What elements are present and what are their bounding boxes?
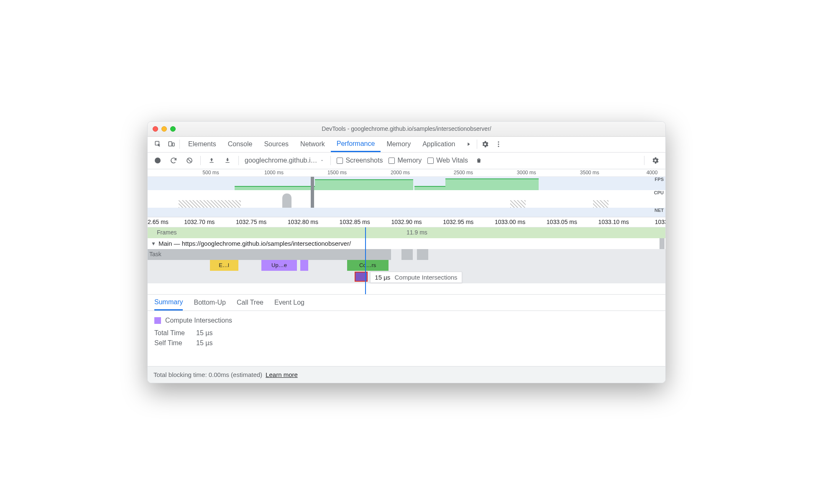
separator — [330, 156, 331, 165]
task-label: Task — [149, 251, 161, 257]
clear-button[interactable] — [184, 155, 194, 165]
settings-icon[interactable] — [480, 139, 491, 150]
tab-console[interactable]: Console — [222, 137, 258, 152]
detail-tick: 1032.90 ms — [391, 219, 422, 225]
svg-point-4 — [498, 144, 499, 145]
svg-point-3 — [498, 141, 499, 143]
net-lane: NET — [148, 208, 665, 217]
task-segment[interactable] — [417, 249, 428, 260]
separator — [238, 156, 239, 165]
save-profile-icon[interactable] — [222, 155, 233, 165]
reload-record-button[interactable] — [169, 155, 179, 165]
webvitals-label: Web Vitals — [436, 157, 468, 164]
tab-application[interactable]: Application — [417, 137, 461, 152]
flame-event[interactable]: Up…e — [261, 260, 297, 271]
tooltip-name: Compute Intersections — [395, 274, 458, 281]
summary-value: 15 µs — [196, 339, 212, 347]
memory-label: Memory — [397, 157, 422, 164]
net-label: NET — [654, 208, 664, 213]
overview-tick: 1000 ms — [264, 170, 284, 176]
svg-rect-8 — [210, 162, 213, 163]
tab-performance[interactable]: Performance — [331, 137, 381, 152]
summary-value: 15 µs — [196, 329, 212, 337]
device-toggle-icon[interactable] — [166, 139, 177, 150]
summary-key: Total Time — [154, 329, 188, 337]
fps-segment — [414, 186, 445, 190]
fps-segment — [235, 186, 315, 190]
capture-settings-icon[interactable] — [650, 155, 660, 165]
screenshots-checkbox[interactable]: Screenshots — [337, 157, 383, 164]
inspect-element-icon[interactable] — [153, 139, 164, 150]
tooltip-duration: 15 µs — [375, 274, 390, 281]
detail-tick: 1033.15 — [655, 219, 665, 225]
detail-ruler: 2.65 ms1032.70 ms1032.75 ms1032.80 ms103… — [148, 217, 665, 227]
details-tab-bottom-up[interactable]: Bottom-Up — [194, 295, 225, 311]
window-title: DevTools - googlechrome.github.io/sample… — [148, 125, 665, 132]
summary-row: Self Time15 µs — [154, 339, 659, 347]
detail-tick: 1033.10 ms — [598, 219, 629, 225]
delete-profile-icon[interactable] — [474, 155, 484, 165]
details-tab-call-tree[interactable]: Call Tree — [237, 295, 263, 311]
flame-event[interactable] — [300, 260, 308, 271]
devtools-window: DevTools - googlechrome.github.io/sample… — [147, 121, 666, 383]
overview-tick: 500 ms — [202, 170, 219, 176]
task-segment[interactable] — [148, 249, 391, 260]
overview-tick: 2000 ms — [391, 170, 410, 176]
details-tab-summary[interactable]: Summary — [154, 295, 183, 311]
event-tooltip: 15 µs Compute Intersections — [370, 272, 462, 283]
main-tabs: ElementsConsoleSourcesNetworkPerformance… — [148, 137, 665, 153]
separator — [644, 156, 644, 165]
details-tab-event-log[interactable]: Event Log — [274, 295, 304, 311]
summary-row: Total Time15 µs — [154, 329, 659, 337]
tab-memory[interactable]: Memory — [381, 137, 417, 152]
detail-tick: 1032.80 ms — [288, 219, 318, 225]
performance-toolbar: googlechrome.github.i… Screenshots Memor… — [148, 153, 665, 169]
overview-ruler: 500 ms1000 ms1500 ms2000 ms2500 ms3000 m… — [148, 169, 665, 177]
overview-tick: 3500 ms — [580, 170, 599, 176]
chevron-down-icon: ▼ — [151, 241, 156, 247]
frames-value: 11.9 ms — [406, 229, 427, 236]
flame-event[interactable]: Co…rs — [347, 260, 389, 271]
more-tabs-icon[interactable] — [463, 139, 474, 150]
summary-title: Compute Intersections — [165, 317, 232, 324]
tab-network[interactable]: Network — [294, 137, 331, 152]
record-button[interactable] — [153, 155, 163, 165]
task-segment[interactable] — [401, 249, 413, 260]
webvitals-checkbox[interactable]: Web Vitals — [427, 157, 468, 164]
overview-tick: 2500 ms — [454, 170, 473, 176]
detail-tick: 1032.85 ms — [340, 219, 370, 225]
svg-point-5 — [498, 146, 499, 147]
memory-checkbox[interactable]: Memory — [389, 157, 422, 164]
profile-select-label: googlechrome.github.i… — [245, 157, 317, 164]
playhead[interactable] — [365, 227, 366, 294]
overview-tick: 3000 ms — [517, 170, 536, 176]
flame-event[interactable]: E…l — [210, 260, 238, 271]
overview-lanes: FPS CPU NET — [148, 177, 665, 217]
profile-select[interactable]: googlechrome.github.i… — [245, 157, 325, 164]
fps-segment — [445, 178, 539, 190]
screenshots-label: Screenshots — [345, 157, 383, 164]
titlebar: DevTools - googlechrome.github.io/sample… — [148, 122, 665, 137]
separator — [200, 156, 201, 165]
kebab-menu-icon[interactable] — [493, 139, 504, 150]
details-tabs: SummaryBottom-UpCall TreeEvent Log — [148, 294, 665, 311]
task-track: Task — [148, 249, 665, 260]
svg-point-6 — [155, 158, 161, 163]
main-thread-header[interactable]: ▼ Main — https://googlechrome.github.io/… — [148, 238, 665, 249]
detail-tick: 1033.05 ms — [547, 219, 577, 225]
fps-segment — [315, 179, 413, 190]
timeline-overview[interactable]: 500 ms1000 ms1500 ms2000 ms2500 ms3000 m… — [148, 169, 665, 217]
detail-tick: 1033.00 ms — [495, 219, 525, 225]
overview-tick: 1500 ms — [327, 170, 347, 176]
load-profile-icon[interactable] — [207, 155, 217, 165]
flame-chart[interactable]: Frames 11.9 ms ▼ Main — https://googlech… — [148, 227, 665, 294]
main-thread-title: Main — https://googlechrome.github.io/sa… — [159, 240, 351, 247]
summary-panel: Compute Intersections Total Time15 µsSel… — [148, 311, 665, 366]
svg-rect-2 — [172, 143, 174, 146]
subevents-track: 15 µs Compute Intersections — [148, 271, 665, 283]
frames-track: Frames 11.9 ms — [148, 227, 665, 238]
events-track: E…lUp…eCo…rs — [148, 260, 665, 271]
learn-more-link[interactable]: Learn more — [266, 371, 298, 378]
tab-sources[interactable]: Sources — [258, 137, 294, 152]
tab-elements[interactable]: Elements — [182, 137, 222, 152]
